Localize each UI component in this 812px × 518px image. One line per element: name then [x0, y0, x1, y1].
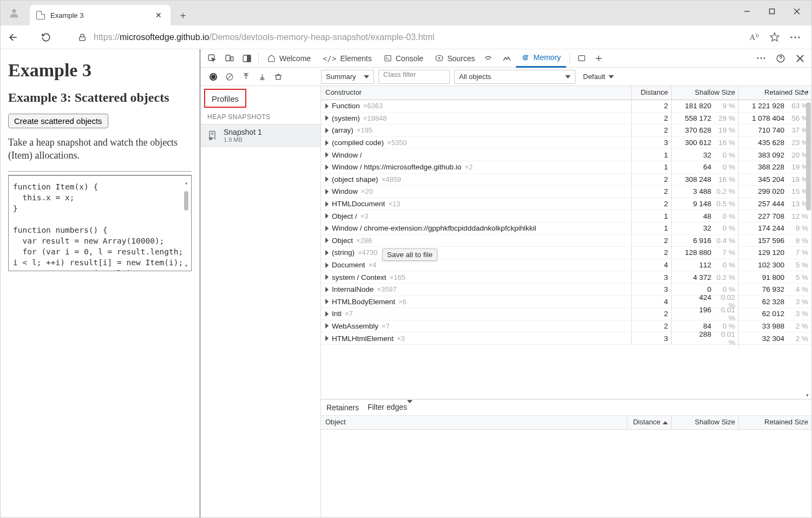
url-field[interactable]: https://microsoftedge.github.io/Demos/de… — [60, 29, 742, 46]
tab-console[interactable]: Console — [378, 49, 429, 68]
svg-rect-5 — [80, 37, 86, 41]
ret-col-object[interactable]: Object — [321, 416, 627, 429]
expand-icon[interactable] — [325, 213, 329, 219]
grouping-select[interactable]: Default — [580, 73, 617, 81]
inspect-icon[interactable] — [204, 50, 220, 67]
expand-icon[interactable] — [325, 176, 329, 182]
tab-elements[interactable]: </>Elements — [317, 49, 377, 68]
tab-sources[interactable]: Sources — [430, 49, 480, 68]
table-row[interactable]: (compiled code) ×53503300 61216 %435 628… — [321, 137, 811, 149]
svg-rect-11 — [231, 57, 233, 61]
expand-icon[interactable] — [325, 274, 329, 280]
expand-icon[interactable] — [325, 189, 329, 194]
svg-point-15 — [438, 57, 440, 59]
expand-icon[interactable] — [325, 311, 329, 317]
download-icon[interactable] — [255, 70, 269, 84]
table-row[interactable]: Function ×63632181 8209 %1 221 92863 % — [321, 100, 811, 113]
col-distance[interactable]: Distance — [632, 86, 672, 100]
table-row[interactable]: Object ×28626 9160.4 %157 5968 % — [321, 235, 811, 247]
ret-col-distance[interactable]: Distance — [627, 416, 672, 429]
col-retained[interactable]: Retained Size▼▲ — [739, 86, 811, 100]
expand-icon[interactable] — [325, 238, 329, 243]
expand-icon[interactable] — [325, 287, 329, 292]
class-filter-input[interactable]: Class filter — [378, 70, 450, 84]
expand-icon[interactable] — [325, 263, 329, 268]
code-textarea[interactable]: function Item(x) { this.x = x; } functio… — [8, 175, 192, 271]
window-minimize[interactable] — [735, 3, 759, 20]
devtools-close-icon[interactable] — [792, 50, 808, 67]
expand-icon[interactable] — [325, 140, 329, 146]
table-row[interactable]: HTMLHtmlElement ×332880.01 %32 3042 % — [321, 332, 811, 345]
table-row[interactable]: Window / https://microsoftedge.github.io… — [321, 161, 811, 174]
table-row[interactable]: Window / chrome-extension://gpphkfbcpidd… — [321, 222, 811, 235]
add-tab-icon[interactable] — [591, 50, 607, 67]
grid-rows[interactable]: Function ×63632181 8209 %1 221 92863 %(s… — [321, 100, 811, 399]
expand-icon[interactable] — [325, 103, 329, 109]
expand-icon[interactable] — [325, 299, 329, 304]
table-row[interactable]: Window /1320 %383 09220 % — [321, 149, 811, 161]
lock-icon — [77, 32, 87, 42]
expand-icon[interactable] — [325, 323, 329, 329]
more-icon[interactable] — [789, 31, 802, 44]
refresh-button[interactable] — [37, 29, 55, 46]
snapshot-item[interactable]: % Snapshot 1 1.9 MB — [201, 124, 320, 147]
filter-edges-select[interactable]: Filter edges — [368, 403, 412, 412]
table-row[interactable]: HTMLDocument ×1329 1480.5 %257 44413 % — [321, 198, 811, 211]
table-row[interactable]: Document ×441120 %102 3005 % — [321, 259, 811, 272]
window-close[interactable] — [784, 3, 809, 20]
svg-rect-10 — [226, 55, 230, 61]
favorite-icon[interactable] — [768, 31, 781, 44]
browser-tab[interactable]: Example 3 ✕ — [30, 5, 171, 25]
record-button[interactable] — [206, 70, 220, 84]
ret-col-shallow[interactable]: Shallow Size — [672, 416, 739, 429]
new-tab-button[interactable]: ＋ — [174, 6, 192, 24]
retainers-tab[interactable]: Retainers — [326, 403, 359, 412]
col-shallow[interactable]: Shallow Size — [672, 86, 739, 100]
save-tooltip: Save all to file — [382, 248, 437, 261]
expand-icon[interactable] — [325, 250, 329, 255]
expand-icon[interactable] — [325, 128, 329, 133]
expand-icon[interactable] — [325, 165, 329, 170]
col-constructor[interactable]: Constructor — [321, 86, 632, 100]
expand-icon[interactable] — [325, 152, 329, 158]
expand-icon[interactable] — [325, 336, 329, 341]
devtools-more-icon[interactable] — [753, 50, 769, 67]
create-objects-button[interactable]: Create scattered objects — [8, 114, 108, 128]
profiles-header[interactable]: Profiles — [204, 89, 246, 108]
dock-icon[interactable] — [239, 50, 255, 67]
scrollbar[interactable]: ▴▾ — [182, 179, 190, 267]
page-description: Take a heap snapshot and watch the objec… — [8, 136, 192, 162]
read-aloud-icon[interactable]: A)) — [748, 31, 761, 44]
close-tab-icon[interactable]: ✕ — [153, 9, 164, 22]
object-filter-select[interactable]: All objects — [454, 70, 575, 84]
table-row[interactable]: (array) ×1952370 62819 %710 74037 % — [321, 124, 811, 137]
table-row[interactable]: (system) ×198482558 17229 %1 078 40456 % — [321, 113, 811, 125]
grid-scrollbar[interactable]: ▾ — [806, 101, 811, 398]
expand-icon[interactable] — [325, 201, 329, 207]
gc-icon[interactable] — [271, 70, 285, 84]
detach-icon[interactable] — [573, 50, 590, 67]
retainers-header[interactable]: Object Distance Shallow Size Retained Si… — [321, 416, 811, 430]
view-select[interactable]: Summary — [321, 70, 374, 84]
table-row[interactable]: (object shape) ×48592308 24816 %345 2041… — [321, 174, 811, 186]
ret-col-retained[interactable]: Retained Size — [739, 416, 811, 429]
performance-icon[interactable] — [499, 50, 515, 67]
network-icon[interactable] — [481, 50, 497, 67]
table-row[interactable]: Object / ×31480 %227 70812 % — [321, 210, 811, 222]
help-icon[interactable] — [772, 50, 789, 67]
expand-icon[interactable] — [325, 115, 329, 121]
device-icon[interactable] — [221, 50, 238, 67]
tab-memory[interactable]: Memory — [516, 49, 566, 68]
tab-welcome[interactable]: Welcome — [262, 49, 316, 68]
profile-avatar[interactable] — [1, 1, 28, 25]
table-row[interactable]: Intl ×721960.01 %62 0123 % — [321, 308, 811, 320]
upload-icon[interactable] — [239, 70, 253, 84]
table-row[interactable]: Window ×2023 4880.2 %299 02015 % — [321, 186, 811, 198]
window-maximize[interactable] — [759, 3, 784, 20]
clear-button[interactable] — [222, 70, 237, 84]
grid-header[interactable]: Constructor Distance Shallow Size Retain… — [321, 86, 811, 100]
back-button[interactable] — [5, 29, 22, 46]
svg-point-18 — [757, 57, 759, 59]
expand-icon[interactable] — [325, 226, 329, 231]
table-row[interactable]: system / Context ×16534 3720.2 %91 8005 … — [321, 271, 811, 284]
